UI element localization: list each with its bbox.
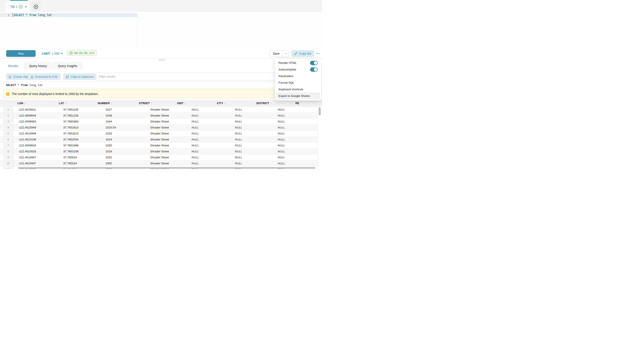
cell-unit[interactable]: NULL [187, 136, 230, 142]
cell-unit[interactable]: NULL [187, 125, 230, 130]
sort-icon[interactable] [24, 102, 26, 104]
cell-lat[interactable]: 37.7651135 [58, 107, 100, 112]
cell-street[interactable]: Shrader Street [145, 142, 187, 148]
cell-number[interactable]: 1027 [100, 107, 145, 112]
cell-street[interactable]: Shrader Street [145, 148, 187, 154]
new-tab-button[interactable] [31, 2, 40, 12]
row-number[interactable]: 1 [3, 107, 14, 112]
drag-handle-icon[interactable] [8, 5, 8, 9]
cell-district[interactable]: NULL [273, 154, 315, 160]
cell-lon[interactable]: -122.4509644 [14, 113, 58, 118]
row-number[interactable]: 8 [3, 148, 14, 154]
menu-item-parameters[interactable]: Parameters [276, 73, 320, 79]
cell-street[interactable]: Shrader Street [145, 119, 187, 124]
cell-district[interactable]: NULL [273, 142, 315, 148]
row-number[interactable]: 6 [3, 136, 14, 142]
cell-district[interactable]: NULL [273, 107, 315, 112]
vertical-scrollbar[interactable] [317, 107, 322, 169]
menu-item-keyboard-shortcuts[interactable]: Keyboard shortcuts [276, 86, 320, 93]
more-options-button[interactable] [315, 50, 321, 57]
cell-street[interactable]: Shrader Street [145, 131, 187, 136]
column-header-number[interactable]: NUMBER [93, 100, 134, 106]
cell-number[interactable]: 1018 [100, 148, 145, 154]
cell-lon[interactable]: -122.4510533 [14, 148, 58, 154]
cell-lat[interactable]: 37.765524 [58, 154, 100, 160]
sort-icon[interactable] [185, 102, 186, 104]
cell-lon[interactable]: -122.4510156 [14, 136, 58, 142]
cell-street[interactable]: Shrader Street [145, 136, 187, 142]
limit-dropdown[interactable]: LIMIT: 1 000 [42, 50, 63, 57]
save-split-button[interactable]: Save [269, 50, 289, 57]
cell-unit[interactable]: NULL [187, 107, 230, 112]
cell-street[interactable]: Shrader Street [145, 154, 187, 160]
save-button[interactable]: Save [270, 50, 283, 57]
cell-number[interactable]: 1025.0A [100, 125, 145, 130]
row-number[interactable]: 9 [3, 154, 14, 160]
cell-number[interactable]: 1002 [100, 154, 145, 160]
row-number[interactable]: 3 [3, 119, 14, 124]
cell-unit[interactable]: NULL [187, 131, 230, 136]
column-header-lon[interactable]: LON [12, 100, 54, 106]
run-button[interactable]: Run [6, 50, 36, 57]
cell-lat[interactable]: 37.7650483 [58, 119, 100, 124]
cell-district[interactable]: NULL [273, 160, 315, 166]
menu-item-export-to-google-sheets[interactable]: Export to Google Sheets [276, 93, 320, 99]
cell-city[interactable]: NULL [230, 136, 273, 142]
cell-city[interactable]: NULL [230, 107, 273, 112]
cell-unit[interactable]: NULL [187, 148, 230, 154]
cell-lat[interactable]: 37.7652533 [58, 136, 100, 142]
sort-icon[interactable] [65, 102, 66, 104]
cell-lon[interactable]: -122.4515949 [14, 125, 58, 130]
cell-lat[interactable]: 37.7651898 [58, 142, 100, 148]
cell-unit[interactable]: NULL [187, 154, 230, 160]
sort-icon[interactable] [224, 102, 226, 104]
sort-icon[interactable] [270, 102, 272, 104]
cell-city[interactable]: NULL [230, 131, 273, 136]
row-number[interactable]: 11 [3, 166, 14, 169]
cell-unit[interactable]: NULL [187, 119, 230, 124]
cell-lon[interactable]: -122.4509983 [14, 119, 58, 124]
cell-lat[interactable]: 37.765524 [58, 160, 100, 166]
close-tab-icon[interactable]: ✕ [24, 5, 27, 8]
cell-district[interactable]: NULL [273, 148, 315, 154]
menu-item-format-sql[interactable]: Format SQL [276, 79, 320, 86]
vertical-scrollbar-thumb[interactable] [318, 107, 321, 115]
cell-unit[interactable]: NULL [187, 160, 230, 166]
cell-unit[interactable]: NULL [187, 113, 230, 118]
pane-resize-handle[interactable] [159, 59, 165, 61]
sort-icon[interactable] [111, 102, 112, 104]
code-line[interactable]: SELECT * from long_lat [14, 13, 52, 17]
cell-district[interactable]: NULL [273, 125, 315, 130]
row-number[interactable]: 7 [3, 142, 14, 148]
cell-district[interactable]: NULL [273, 119, 315, 124]
cell-city[interactable]: NULL [230, 125, 273, 130]
cell-lat[interactable]: 37.7653199 [58, 148, 100, 154]
cell-lon[interactable]: -122.4510947 [14, 154, 58, 160]
column-header-lat[interactable]: LAT [54, 100, 93, 106]
menu-item-autocomplete[interactable]: Autocomplete [276, 66, 320, 73]
cell-lat[interactable]: 37.7651813 [58, 131, 100, 136]
column-header-district[interactable]: DISTRICT [252, 100, 290, 106]
toggle-on[interactable] [310, 67, 318, 72]
row-number[interactable]: 5 [3, 131, 14, 136]
cell-number[interactable]: 1044 [100, 119, 145, 124]
tab-query-insights[interactable]: Query Insights [53, 62, 82, 70]
sort-icon[interactable] [151, 102, 152, 104]
copy-link-button[interactable]: Copy link [291, 50, 314, 57]
toggle-on[interactable] [310, 61, 318, 65]
cell-street[interactable]: Shrader Street [145, 107, 187, 112]
cell-district[interactable]: NULL [273, 113, 315, 118]
cell-city[interactable]: NULL [230, 160, 273, 166]
row-number[interactable]: 4 [3, 125, 14, 130]
cell-number[interactable]: 1038 [100, 113, 145, 118]
cell-number[interactable]: 1025 [100, 131, 145, 136]
menu-item-render-html[interactable]: Render HTML [276, 60, 320, 66]
cell-unit[interactable]: NULL [187, 142, 230, 148]
cell-city[interactable]: NULL [230, 119, 273, 124]
cell-district[interactable]: NULL [273, 136, 315, 142]
row-number[interactable]: 2 [3, 113, 14, 118]
cell-city[interactable]: NULL [230, 154, 273, 160]
cell-street[interactable]: Shrader Street [145, 160, 187, 166]
tab-query-history[interactable]: Query history [24, 62, 52, 70]
column-header-city[interactable]: CITY [212, 100, 252, 106]
